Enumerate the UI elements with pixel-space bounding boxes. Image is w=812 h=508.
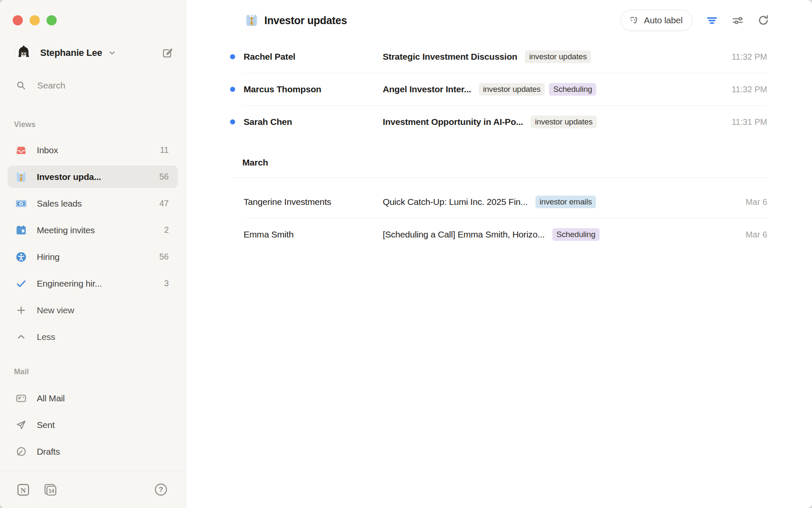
label-tag[interactable]: Scheduling (549, 83, 596, 96)
paper-plane-icon (16, 420, 27, 431)
sidebar-item-hiring[interactable]: Hiring 56 (8, 246, 178, 268)
display-settings-icon[interactable] (731, 14, 744, 27)
account-name: Stephanie Lee (40, 47, 102, 58)
sidebar-item-count: 11 (160, 145, 169, 155)
notion-logo-icon[interactable]: N (16, 483, 30, 497)
sidebar-item-count: 2 (164, 225, 169, 235)
necktie-emoji-icon (16, 171, 27, 182)
sidebar-item-label: Engineering hir... (37, 279, 102, 289)
sidebar-item-inbox[interactable]: Inbox 11 (8, 139, 178, 161)
refresh-icon[interactable] (757, 14, 770, 27)
envelope-icon (16, 393, 27, 404)
sidebar-item-engineering-hiring[interactable]: Engineering hir... 3 (8, 272, 178, 295)
chevron-up-icon (16, 331, 27, 342)
label-tag[interactable]: investor updates (531, 116, 597, 128)
close-window-button[interactable] (13, 15, 23, 25)
email-row[interactable]: Marcus Thompson Angel Investor Inter... … (186, 73, 767, 105)
email-sender: Marcus Thompson (244, 84, 383, 94)
sidebar-item-label: Sent (37, 420, 55, 430)
email-row[interactable]: Rachel Patel Strategic Investment Discus… (186, 41, 767, 73)
unread-dot (230, 87, 235, 92)
search-label: Search (37, 80, 66, 91)
draft-pencil-circle-icon (16, 446, 27, 457)
plus-icon (16, 305, 27, 316)
email-sender: Emma Smith (244, 229, 383, 240)
email-sender: Sarah Chen (244, 117, 383, 127)
label-tag[interactable]: investor updates (479, 83, 545, 96)
email-sender: Tangerine Investments (244, 197, 383, 207)
accessibility-icon (16, 251, 27, 262)
email-time: Mar 6 (746, 230, 767, 240)
auto-label-button[interactable]: Auto label (620, 10, 692, 31)
window-controls (0, 0, 186, 25)
sidebar-item-label: Sales leads (37, 199, 82, 209)
sidebar-item-count: 3 (164, 279, 169, 288)
label-tag[interactable]: Scheduling (552, 228, 600, 241)
sidebar-item-label: All Mail (37, 393, 65, 403)
sidebar-item-label: Investor upda... (37, 172, 101, 182)
email-tags: investor updates Scheduling (479, 83, 596, 96)
email-tags: Scheduling (552, 228, 600, 241)
email-row[interactable]: Emma Smith [Scheduling a Call] Emma Smit… (186, 218, 767, 251)
less-label: Less (37, 332, 55, 342)
banknote-icon (16, 198, 27, 209)
view-header: Investor updates Auto label (186, 0, 812, 41)
svg-text:?: ? (159, 486, 163, 493)
sidebar-item-sales-leads[interactable]: Sales leads 47 (8, 192, 178, 215)
sidebar-item-meeting-invites[interactable]: Meeting invites 2 (8, 219, 178, 241)
page-title: Investor updates (264, 14, 347, 27)
label-tag[interactable]: investor emails (535, 196, 596, 208)
sidebar-item-label: Meeting invites (37, 225, 95, 235)
sidebar-item-label: Hiring (37, 252, 60, 262)
mail-nav: All Mail Sent Drafts (0, 376, 186, 463)
calendar-app-icon[interactable]: 14 (43, 483, 58, 497)
minimize-window-button[interactable] (30, 15, 40, 25)
email-subject: Quick Catch-Up: Lumi Inc. 2025 Fin... (383, 197, 528, 207)
email-list: Rachel Patel Strategic Investment Discus… (186, 41, 812, 251)
email-row[interactable]: Sarah Chen Investment Opportunity in AI-… (186, 106, 767, 138)
fullscreen-window-button[interactable] (47, 15, 57, 25)
chevron-down-icon (108, 49, 116, 57)
unread-dot (230, 54, 235, 59)
search-icon (16, 80, 26, 91)
group-header-march: March (242, 157, 767, 170)
search-button[interactable]: Search (16, 77, 173, 94)
views-nav: Inbox 11 Investor upda... 56 (0, 129, 186, 348)
sidebar-item-all-mail[interactable]: All Mail (8, 387, 178, 409)
sidebar: Stephanie Lee Search Views (0, 0, 186, 508)
unread-dot (230, 119, 235, 124)
new-view-label: New view (37, 305, 74, 315)
calendar-emoji-icon (16, 225, 27, 236)
sidebar-footer: N 14 ? (0, 471, 186, 508)
app-window: Stephanie Lee Search Views (0, 0, 812, 508)
email-row[interactable]: Tangerine Investments Quick Catch-Up: Lu… (186, 186, 767, 218)
label-tag[interactable]: investor updates (525, 50, 591, 63)
sidebar-item-count: 56 (159, 252, 169, 262)
email-time: Mar 6 (746, 197, 767, 207)
sidebar-item-drafts[interactable]: Drafts (8, 440, 178, 463)
sidebar-item-count: 47 (159, 199, 169, 208)
email-subject: [Scheduling a Call] Emma Smith, Horizo..… (383, 229, 545, 240)
group-divider (231, 177, 767, 178)
email-time: 11:31 PM (732, 117, 767, 127)
compose-button[interactable] (162, 47, 173, 58)
sidebar-item-label: Inbox (37, 145, 58, 155)
svg-text:N: N (21, 486, 26, 494)
help-icon[interactable]: ? (154, 483, 167, 496)
new-view-button[interactable]: New view (8, 299, 178, 321)
avatar (15, 44, 32, 61)
sidebar-item-sent[interactable]: Sent (8, 414, 178, 436)
views-section-label: Views (14, 120, 186, 129)
sidebar-item-investor-updates[interactable]: Investor upda... 56 (8, 166, 178, 188)
less-button[interactable]: Less (8, 326, 178, 348)
email-tags: investor updates (531, 116, 597, 128)
unread-dot (230, 232, 235, 237)
sidebar-item-count: 56 (159, 172, 169, 182)
filter-icon[interactable] (705, 14, 718, 27)
account-switcher[interactable]: Stephanie Lee (15, 44, 173, 61)
unread-dot (230, 199, 235, 204)
email-subject: Angel Investor Inter... (383, 84, 471, 94)
sidebar-item-label: Drafts (37, 447, 60, 457)
mail-section-label: Mail (14, 367, 186, 376)
email-subject: Strategic Investment Discussion (383, 52, 517, 62)
